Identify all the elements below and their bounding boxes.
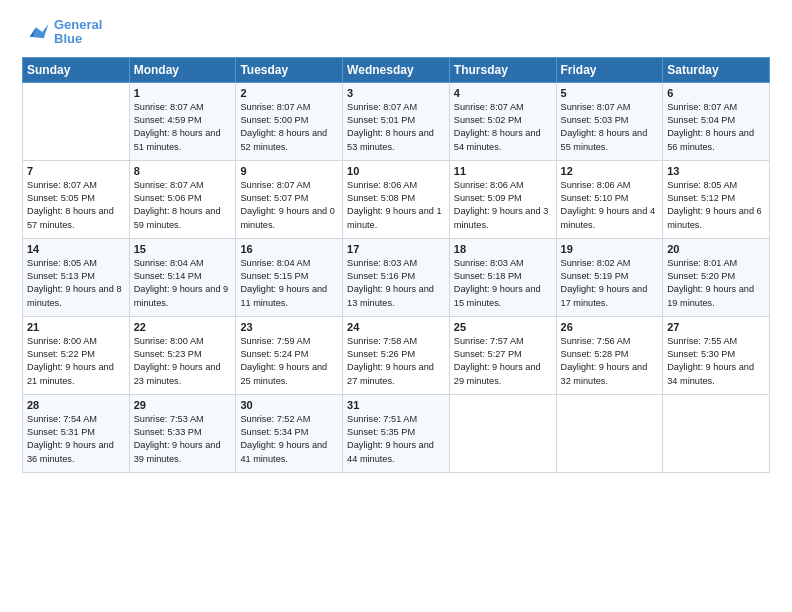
header-row: SundayMondayTuesdayWednesdayThursdayFrid… bbox=[23, 57, 770, 82]
day-number: 8 bbox=[134, 165, 232, 177]
logo: General Blue bbox=[22, 18, 102, 47]
day-cell bbox=[663, 394, 770, 472]
cell-info: Sunrise: 8:06 AMSunset: 5:09 PMDaylight:… bbox=[454, 179, 552, 232]
header-sunday: Sunday bbox=[23, 57, 130, 82]
week-row-4: 21Sunrise: 8:00 AMSunset: 5:22 PMDayligh… bbox=[23, 316, 770, 394]
cell-info: Sunrise: 7:53 AMSunset: 5:33 PMDaylight:… bbox=[134, 413, 232, 466]
day-number: 18 bbox=[454, 243, 552, 255]
cell-info: Sunrise: 8:04 AMSunset: 5:14 PMDaylight:… bbox=[134, 257, 232, 310]
day-number: 21 bbox=[27, 321, 125, 333]
week-row-1: 1Sunrise: 8:07 AMSunset: 4:59 PMDaylight… bbox=[23, 82, 770, 160]
logo-icon bbox=[22, 21, 50, 43]
day-cell: 30Sunrise: 7:52 AMSunset: 5:34 PMDayligh… bbox=[236, 394, 343, 472]
cell-info: Sunrise: 7:56 AMSunset: 5:28 PMDaylight:… bbox=[561, 335, 659, 388]
day-cell: 9Sunrise: 8:07 AMSunset: 5:07 PMDaylight… bbox=[236, 160, 343, 238]
cell-info: Sunrise: 8:07 AMSunset: 4:59 PMDaylight:… bbox=[134, 101, 232, 154]
day-number: 17 bbox=[347, 243, 445, 255]
day-cell: 10Sunrise: 8:06 AMSunset: 5:08 PMDayligh… bbox=[343, 160, 450, 238]
cell-info: Sunrise: 7:59 AMSunset: 5:24 PMDaylight:… bbox=[240, 335, 338, 388]
cell-info: Sunrise: 8:07 AMSunset: 5:07 PMDaylight:… bbox=[240, 179, 338, 232]
day-cell: 1Sunrise: 8:07 AMSunset: 4:59 PMDaylight… bbox=[129, 82, 236, 160]
day-cell: 6Sunrise: 8:07 AMSunset: 5:04 PMDaylight… bbox=[663, 82, 770, 160]
week-row-3: 14Sunrise: 8:05 AMSunset: 5:13 PMDayligh… bbox=[23, 238, 770, 316]
logo-text: General Blue bbox=[54, 18, 102, 47]
day-cell: 11Sunrise: 8:06 AMSunset: 5:09 PMDayligh… bbox=[449, 160, 556, 238]
cell-info: Sunrise: 7:52 AMSunset: 5:34 PMDaylight:… bbox=[240, 413, 338, 466]
day-cell: 24Sunrise: 7:58 AMSunset: 5:26 PMDayligh… bbox=[343, 316, 450, 394]
day-number: 20 bbox=[667, 243, 765, 255]
day-number: 3 bbox=[347, 87, 445, 99]
day-cell: 8Sunrise: 8:07 AMSunset: 5:06 PMDaylight… bbox=[129, 160, 236, 238]
page-header: General Blue bbox=[22, 18, 770, 47]
day-number: 27 bbox=[667, 321, 765, 333]
calendar-table: SundayMondayTuesdayWednesdayThursdayFrid… bbox=[22, 57, 770, 473]
cell-info: Sunrise: 7:58 AMSunset: 5:26 PMDaylight:… bbox=[347, 335, 445, 388]
header-thursday: Thursday bbox=[449, 57, 556, 82]
day-number: 4 bbox=[454, 87, 552, 99]
day-cell: 3Sunrise: 8:07 AMSunset: 5:01 PMDaylight… bbox=[343, 82, 450, 160]
day-cell bbox=[23, 82, 130, 160]
day-cell: 21Sunrise: 8:00 AMSunset: 5:22 PMDayligh… bbox=[23, 316, 130, 394]
day-cell: 20Sunrise: 8:01 AMSunset: 5:20 PMDayligh… bbox=[663, 238, 770, 316]
day-number: 16 bbox=[240, 243, 338, 255]
day-cell: 28Sunrise: 7:54 AMSunset: 5:31 PMDayligh… bbox=[23, 394, 130, 472]
day-cell: 14Sunrise: 8:05 AMSunset: 5:13 PMDayligh… bbox=[23, 238, 130, 316]
day-number: 14 bbox=[27, 243, 125, 255]
header-tuesday: Tuesday bbox=[236, 57, 343, 82]
day-number: 10 bbox=[347, 165, 445, 177]
cell-info: Sunrise: 7:57 AMSunset: 5:27 PMDaylight:… bbox=[454, 335, 552, 388]
day-number: 28 bbox=[27, 399, 125, 411]
cell-info: Sunrise: 8:07 AMSunset: 5:06 PMDaylight:… bbox=[134, 179, 232, 232]
day-cell: 27Sunrise: 7:55 AMSunset: 5:30 PMDayligh… bbox=[663, 316, 770, 394]
day-cell: 19Sunrise: 8:02 AMSunset: 5:19 PMDayligh… bbox=[556, 238, 663, 316]
cell-info: Sunrise: 8:06 AMSunset: 5:10 PMDaylight:… bbox=[561, 179, 659, 232]
day-number: 25 bbox=[454, 321, 552, 333]
day-number: 23 bbox=[240, 321, 338, 333]
day-number: 12 bbox=[561, 165, 659, 177]
day-cell: 15Sunrise: 8:04 AMSunset: 5:14 PMDayligh… bbox=[129, 238, 236, 316]
day-cell: 26Sunrise: 7:56 AMSunset: 5:28 PMDayligh… bbox=[556, 316, 663, 394]
day-cell: 16Sunrise: 8:04 AMSunset: 5:15 PMDayligh… bbox=[236, 238, 343, 316]
cell-info: Sunrise: 7:54 AMSunset: 5:31 PMDaylight:… bbox=[27, 413, 125, 466]
day-cell: 17Sunrise: 8:03 AMSunset: 5:16 PMDayligh… bbox=[343, 238, 450, 316]
cell-info: Sunrise: 8:03 AMSunset: 5:18 PMDaylight:… bbox=[454, 257, 552, 310]
day-number: 19 bbox=[561, 243, 659, 255]
day-number: 15 bbox=[134, 243, 232, 255]
day-cell: 7Sunrise: 8:07 AMSunset: 5:05 PMDaylight… bbox=[23, 160, 130, 238]
day-number: 31 bbox=[347, 399, 445, 411]
day-number: 24 bbox=[347, 321, 445, 333]
cell-info: Sunrise: 8:07 AMSunset: 5:05 PMDaylight:… bbox=[27, 179, 125, 232]
cell-info: Sunrise: 8:04 AMSunset: 5:15 PMDaylight:… bbox=[240, 257, 338, 310]
cell-info: Sunrise: 8:00 AMSunset: 5:23 PMDaylight:… bbox=[134, 335, 232, 388]
cell-info: Sunrise: 7:55 AMSunset: 5:30 PMDaylight:… bbox=[667, 335, 765, 388]
day-cell: 4Sunrise: 8:07 AMSunset: 5:02 PMDaylight… bbox=[449, 82, 556, 160]
header-saturday: Saturday bbox=[663, 57, 770, 82]
cell-info: Sunrise: 8:02 AMSunset: 5:19 PMDaylight:… bbox=[561, 257, 659, 310]
day-number: 1 bbox=[134, 87, 232, 99]
day-cell: 13Sunrise: 8:05 AMSunset: 5:12 PMDayligh… bbox=[663, 160, 770, 238]
cell-info: Sunrise: 8:00 AMSunset: 5:22 PMDaylight:… bbox=[27, 335, 125, 388]
day-cell: 25Sunrise: 7:57 AMSunset: 5:27 PMDayligh… bbox=[449, 316, 556, 394]
header-wednesday: Wednesday bbox=[343, 57, 450, 82]
cell-info: Sunrise: 8:06 AMSunset: 5:08 PMDaylight:… bbox=[347, 179, 445, 232]
day-cell: 29Sunrise: 7:53 AMSunset: 5:33 PMDayligh… bbox=[129, 394, 236, 472]
day-cell: 23Sunrise: 7:59 AMSunset: 5:24 PMDayligh… bbox=[236, 316, 343, 394]
header-monday: Monday bbox=[129, 57, 236, 82]
day-cell: 31Sunrise: 7:51 AMSunset: 5:35 PMDayligh… bbox=[343, 394, 450, 472]
calendar-page: General Blue SundayMondayTuesdayWednesda… bbox=[0, 0, 792, 612]
day-number: 9 bbox=[240, 165, 338, 177]
cell-info: Sunrise: 8:01 AMSunset: 5:20 PMDaylight:… bbox=[667, 257, 765, 310]
cell-info: Sunrise: 8:07 AMSunset: 5:02 PMDaylight:… bbox=[454, 101, 552, 154]
cell-info: Sunrise: 8:05 AMSunset: 5:12 PMDaylight:… bbox=[667, 179, 765, 232]
cell-info: Sunrise: 8:05 AMSunset: 5:13 PMDaylight:… bbox=[27, 257, 125, 310]
day-number: 30 bbox=[240, 399, 338, 411]
day-cell: 18Sunrise: 8:03 AMSunset: 5:18 PMDayligh… bbox=[449, 238, 556, 316]
day-number: 13 bbox=[667, 165, 765, 177]
cell-info: Sunrise: 8:07 AMSunset: 5:00 PMDaylight:… bbox=[240, 101, 338, 154]
day-number: 7 bbox=[27, 165, 125, 177]
day-number: 11 bbox=[454, 165, 552, 177]
day-cell bbox=[556, 394, 663, 472]
day-number: 6 bbox=[667, 87, 765, 99]
day-number: 26 bbox=[561, 321, 659, 333]
day-cell: 5Sunrise: 8:07 AMSunset: 5:03 PMDaylight… bbox=[556, 82, 663, 160]
